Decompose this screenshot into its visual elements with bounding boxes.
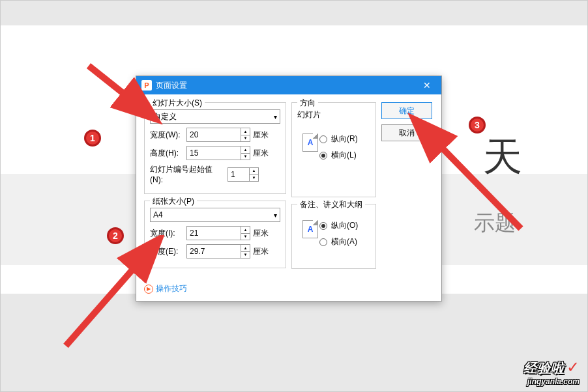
check-icon: ✓ bbox=[566, 358, 580, 376]
slide-orientation-label: 幻灯片 bbox=[297, 109, 370, 120]
spinner-arrows[interactable]: ▲▼ bbox=[241, 245, 250, 258]
slide-size-preset-combo[interactable]: 自定义 bbox=[150, 109, 280, 124]
dialog-title: 页面设置 bbox=[156, 80, 418, 91]
spinner-arrows[interactable]: ▲▼ bbox=[241, 147, 250, 160]
annotation-badge-2: 2 bbox=[107, 227, 124, 244]
orientation-notes-group: 备注、讲义和大纲 A 纵向(O) 横向(A) bbox=[291, 204, 376, 269]
radio-icon bbox=[319, 152, 327, 160]
paper-size-preset-combo[interactable]: A4 bbox=[150, 208, 280, 222]
radio-icon bbox=[319, 222, 327, 230]
close-button[interactable]: ✕ bbox=[418, 76, 436, 94]
slide-width-label: 宽度(W): bbox=[150, 130, 184, 141]
start-num-label: 幻灯片编号起始值(N): bbox=[150, 164, 225, 184]
play-icon: ▶ bbox=[144, 285, 153, 294]
ok-button[interactable]: 确定 bbox=[381, 102, 432, 119]
annotation-badge-3: 3 bbox=[469, 117, 486, 133]
paper-width-label: 宽度(I): bbox=[150, 228, 184, 239]
background-subtext: 示题 bbox=[474, 209, 516, 238]
slide-width-input[interactable]: 20 ▲▼ bbox=[186, 128, 250, 142]
slide-size-label: 幻灯片大小(S) bbox=[150, 98, 205, 109]
watermark: 经验啦 ✓ jingyanla.com bbox=[523, 358, 580, 386]
orientation-label: 方向 bbox=[297, 98, 318, 109]
slide-size-group: 幻灯片大小(S) 自定义 宽度(W): 20 ▲▼ 厘米 高度(H): 15 bbox=[144, 102, 286, 194]
paper-size-group: 纸张大小(P) A4 宽度(I): 21 ▲▼ 厘米 高度(E): 29.7 bbox=[144, 201, 286, 268]
start-num-input[interactable]: 1 ▲▼ bbox=[228, 167, 259, 182]
dialog-titlebar: P 页面设置 ✕ bbox=[136, 76, 441, 94]
spinner-arrows[interactable]: ▲▼ bbox=[241, 227, 250, 240]
slide-height-input[interactable]: 15 ▲▼ bbox=[186, 146, 250, 160]
notes-orientation-label: 备注、讲义和大纲 bbox=[297, 199, 365, 210]
spinner-arrows[interactable]: ▲▼ bbox=[249, 168, 258, 181]
page-icon: A bbox=[302, 220, 318, 238]
tips-link[interactable]: ▶ 操作技巧 bbox=[136, 283, 441, 301]
paper-width-input[interactable]: 21 ▲▼ bbox=[186, 226, 250, 240]
spinner-arrows[interactable]: ▲▼ bbox=[241, 128, 250, 141]
radio-icon bbox=[319, 135, 327, 143]
unit-label: 厘米 bbox=[253, 228, 269, 239]
paper-height-label: 高度(E): bbox=[150, 246, 184, 257]
page-icon: A bbox=[302, 133, 318, 152]
page-setup-dialog: P 页面设置 ✕ 幻灯片大小(S) 自定义 宽度(W): 20 ▲▼ 厘米 bbox=[136, 76, 442, 301]
slide-height-label: 高度(H): bbox=[150, 148, 184, 159]
watermark-brand: 经验啦 bbox=[523, 361, 565, 375]
paper-size-label: 纸张大小(P) bbox=[150, 196, 197, 207]
paper-height-input[interactable]: 29.7 ▲▼ bbox=[186, 244, 250, 259]
radio-icon bbox=[319, 238, 327, 246]
orientation-slide-group: 方向 幻灯片 A 纵向(R) 横向(L) bbox=[291, 102, 376, 197]
cancel-button[interactable]: 取消 bbox=[381, 124, 432, 141]
unit-label: 厘米 bbox=[253, 130, 269, 141]
annotation-badge-1: 1 bbox=[84, 130, 101, 147]
unit-label: 厘米 bbox=[253, 148, 269, 159]
unit-label: 厘米 bbox=[253, 246, 269, 257]
watermark-url: jingyanla.com bbox=[523, 377, 580, 386]
app-icon: P bbox=[141, 80, 152, 91]
background-text: 天 bbox=[483, 131, 522, 184]
